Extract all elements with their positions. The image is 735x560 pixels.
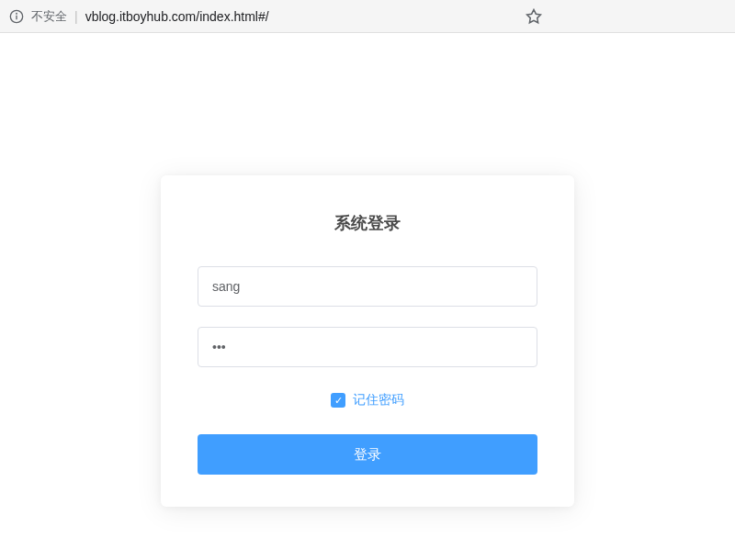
browser-address-bar: 不安全 | vblog.itboyhub.com/index.html#/	[0, 0, 735, 33]
password-input[interactable]	[198, 327, 537, 367]
url-input[interactable]: vblog.itboyhub.com/index.html#/	[85, 9, 518, 24]
security-status: 不安全	[31, 8, 67, 25]
info-icon	[9, 9, 24, 24]
svg-point-2	[17, 13, 17, 14]
login-title: 系统登录	[198, 212, 537, 234]
login-card: 系统登录 ✓ 记住密码 登录	[161, 175, 574, 507]
svg-marker-3	[527, 9, 541, 22]
remember-label[interactable]: 记住密码	[353, 392, 404, 409]
remember-password-row: ✓ 记住密码	[198, 392, 537, 409]
page-content: 系统登录 ✓ 记住密码 登录	[0, 33, 735, 507]
check-icon: ✓	[334, 396, 343, 406]
remember-checkbox[interactable]: ✓	[331, 393, 345, 408]
username-input[interactable]	[198, 266, 537, 307]
bookmark-star-icon[interactable]	[526, 8, 542, 25]
login-button[interactable]: 登录	[198, 434, 537, 475]
separator: |	[74, 9, 78, 24]
